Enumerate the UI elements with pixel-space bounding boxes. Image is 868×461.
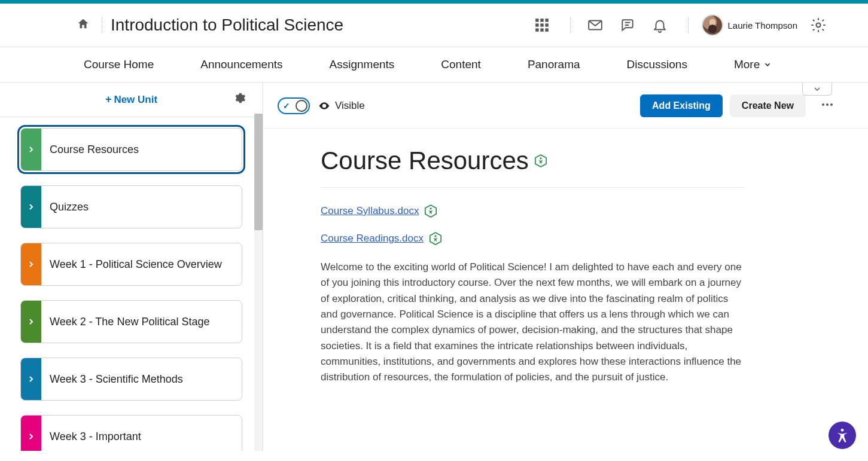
accessibility-icon bbox=[835, 428, 850, 443]
svg-rect-1 bbox=[540, 19, 543, 22]
add-existing-button[interactable]: Add Existing bbox=[640, 94, 723, 117]
gear-icon bbox=[810, 17, 827, 33]
expand-panel-button[interactable] bbox=[802, 83, 832, 96]
unit-list: Course ResourcesQuizzesWeek 1 - Politica… bbox=[0, 117, 263, 451]
unit-item[interactable]: Week 2 - The New Political Stage bbox=[20, 300, 242, 343]
svg-point-13 bbox=[830, 103, 833, 106]
more-actions-button[interactable] bbox=[817, 97, 838, 114]
svg-rect-2 bbox=[545, 19, 548, 22]
page-title-row: Course Resources bbox=[321, 146, 744, 188]
unit-item[interactable]: Quizzes bbox=[20, 185, 242, 228]
chevron-down-icon bbox=[812, 84, 822, 94]
svg-rect-0 bbox=[535, 19, 538, 22]
apps-button[interactable] bbox=[532, 15, 552, 35]
unit-handle[interactable] bbox=[21, 416, 41, 451]
unit-label: Week 3 - Scientific Methods bbox=[41, 358, 191, 400]
unit-handle[interactable] bbox=[21, 358, 41, 400]
svg-rect-7 bbox=[540, 28, 543, 31]
notifications-button[interactable] bbox=[650, 15, 670, 35]
new-unit-button[interactable]: + New Unit bbox=[105, 93, 157, 106]
nav-course-home[interactable]: Course Home bbox=[84, 58, 154, 71]
visibility-label: Visible bbox=[318, 100, 365, 112]
scroll-thumb[interactable] bbox=[254, 114, 263, 230]
nav-assignments[interactable]: Assignments bbox=[330, 58, 395, 71]
accessibility-badge-icon[interactable] bbox=[535, 154, 547, 167]
unit-label: Week 1 - Political Science Overview bbox=[41, 243, 230, 285]
create-new-button[interactable]: Create New bbox=[730, 94, 806, 117]
svg-rect-3 bbox=[535, 23, 538, 26]
visibility-toggle[interactable]: ✓ bbox=[278, 97, 310, 114]
svg-point-10 bbox=[817, 23, 821, 28]
chevron-right-icon bbox=[28, 433, 34, 439]
unit-handle[interactable] bbox=[21, 186, 41, 228]
dots-icon bbox=[820, 97, 835, 112]
mail-icon bbox=[587, 17, 603, 33]
unit-item[interactable]: Week 3 - Scientific Methods bbox=[20, 358, 242, 401]
chevron-right-icon bbox=[28, 376, 34, 382]
chat-icon bbox=[620, 17, 635, 33]
svg-point-15 bbox=[540, 157, 541, 159]
document-link-row: Course Syllabus.docx bbox=[321, 204, 744, 218]
settings-button[interactable] bbox=[808, 15, 829, 35]
action-row: ✓ Visible Add Existing Create New bbox=[263, 83, 868, 129]
chevron-right-icon bbox=[28, 204, 34, 210]
grid-icon bbox=[534, 17, 550, 33]
bell-icon bbox=[652, 17, 668, 33]
messages-button[interactable] bbox=[585, 15, 605, 35]
document-link[interactable]: Course Readings.docx bbox=[321, 233, 424, 245]
unit-label: Week 2 - The New Political Stage bbox=[41, 301, 218, 343]
page-title: Course Resources bbox=[321, 146, 529, 175]
nav-announcements[interactable]: Announcements bbox=[200, 58, 282, 71]
nav-discussions[interactable]: Discussions bbox=[627, 58, 687, 71]
accessibility-fab[interactable] bbox=[829, 422, 856, 449]
unit-sidebar: + New Unit Course ResourcesQuizzesWeek 1… bbox=[0, 83, 263, 451]
home-button[interactable] bbox=[77, 17, 90, 33]
nav-more[interactable]: More bbox=[734, 58, 772, 71]
chevron-right-icon bbox=[28, 146, 34, 152]
page-body: Course Resources Course Syllabus.docxCou… bbox=[263, 129, 802, 410]
unit-label: Course Resources bbox=[41, 129, 147, 170]
course-title[interactable]: Introduction to Political Science bbox=[111, 16, 343, 35]
unit-handle[interactable] bbox=[21, 301, 41, 343]
visible-text: Visible bbox=[335, 100, 365, 112]
user-name[interactable]: Laurie Thompson bbox=[728, 20, 797, 30]
svg-point-20 bbox=[841, 429, 844, 432]
avatar[interactable] bbox=[702, 14, 723, 36]
chevron-down-icon bbox=[763, 60, 772, 69]
svg-point-19 bbox=[434, 235, 436, 237]
svg-point-12 bbox=[826, 103, 829, 106]
unit-handle[interactable] bbox=[21, 243, 41, 285]
unit-item[interactable]: Course Resources bbox=[20, 128, 242, 171]
main-panel: ✓ Visible Add Existing Create New Course… bbox=[263, 83, 868, 451]
home-icon bbox=[77, 17, 90, 30]
unit-handle[interactable] bbox=[21, 129, 41, 170]
svg-rect-8 bbox=[545, 28, 548, 31]
unit-label: Week 3 - Important bbox=[41, 416, 150, 451]
eye-icon bbox=[318, 100, 330, 112]
intro-paragraph: Welcome to the exciting world of Politic… bbox=[321, 259, 744, 386]
chat-button[interactable] bbox=[617, 15, 638, 35]
unit-item[interactable]: Week 3 - Important bbox=[20, 415, 242, 451]
sidebar-header: + New Unit bbox=[0, 83, 263, 117]
svg-rect-6 bbox=[535, 28, 538, 31]
unit-item[interactable]: Week 1 - Political Science Overview bbox=[20, 243, 242, 286]
scrollbar[interactable] bbox=[254, 114, 263, 451]
svg-point-11 bbox=[822, 103, 824, 106]
gear-icon bbox=[234, 92, 246, 104]
document-link[interactable]: Course Syllabus.docx bbox=[321, 205, 419, 217]
chevron-right-icon bbox=[28, 261, 34, 267]
svg-point-17 bbox=[430, 207, 432, 209]
separator bbox=[688, 17, 689, 33]
separator bbox=[102, 17, 102, 33]
accessibility-badge-icon[interactable] bbox=[425, 204, 437, 218]
content-area: + New Unit Course ResourcesQuizzesWeek 1… bbox=[0, 83, 868, 451]
nav-panorama[interactable]: Panorama bbox=[528, 58, 580, 71]
svg-rect-4 bbox=[540, 23, 543, 26]
nav-content[interactable]: Content bbox=[441, 58, 481, 71]
topbar: Introduction to Political Science Laurie… bbox=[0, 4, 868, 47]
unit-label: Quizzes bbox=[41, 186, 97, 228]
sidebar-settings-button[interactable] bbox=[234, 92, 246, 106]
plus-icon: + bbox=[105, 93, 112, 106]
course-nav: Course Home Announcements Assignments Co… bbox=[0, 47, 868, 83]
accessibility-badge-icon[interactable] bbox=[430, 232, 441, 245]
